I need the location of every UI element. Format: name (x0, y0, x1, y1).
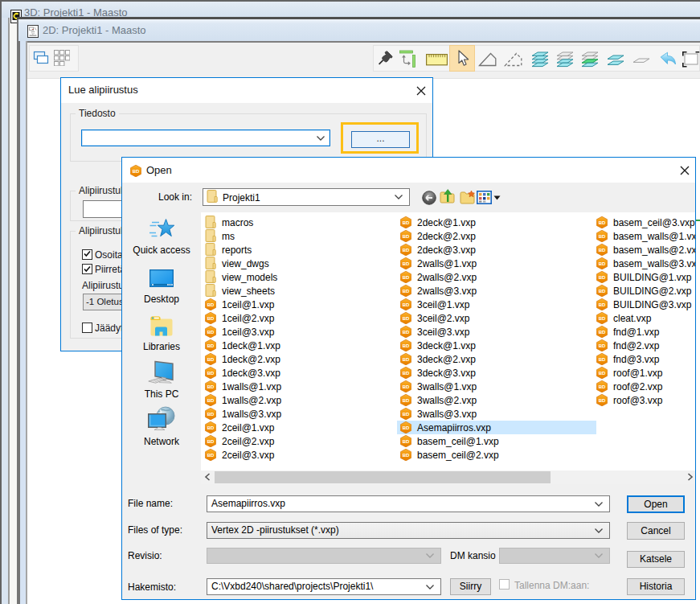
svg-text:BD: BD (403, 302, 410, 307)
svg-text:BD: BD (403, 234, 410, 239)
svg-text:BD: BD (207, 412, 215, 417)
svg-text:BD: BD (207, 371, 215, 376)
svg-text:BD: BD (599, 384, 606, 389)
svg-text:BD: BD (599, 275, 606, 280)
svg-text:BD: BD (599, 234, 606, 239)
svg-text:BD: BD (403, 398, 410, 403)
svg-text:BD: BD (403, 330, 410, 335)
svg-text:BD: BD (403, 248, 410, 253)
svg-text:BD: BD (403, 261, 410, 266)
svg-text:BD: BD (207, 343, 215, 348)
svg-text:BD: BD (599, 220, 606, 225)
svg-text:BD: BD (133, 169, 140, 174)
svg-text:BD: BD (207, 453, 215, 458)
svg-text:BD: BD (207, 302, 215, 307)
svg-text:BD: BD (403, 384, 410, 389)
svg-text:BD: BD (403, 316, 410, 321)
svg-text:BD: BD (599, 302, 606, 307)
svg-text:BD: BD (599, 330, 606, 335)
svg-text:BD: BD (207, 330, 215, 335)
svg-text:BD: BD (403, 343, 410, 348)
svg-text:BD: BD (207, 316, 215, 321)
svg-text:BD: BD (599, 398, 606, 403)
svg-text:BD: BD (403, 371, 410, 376)
svg-text:BD: BD (403, 439, 410, 444)
svg-text:BD: BD (403, 220, 410, 225)
svg-text:BD: BD (403, 289, 410, 294)
svg-text:BD: BD (403, 275, 410, 280)
svg-text:BD: BD (207, 439, 215, 444)
svg-text:BD: BD (599, 289, 606, 294)
svg-text:BD: BD (207, 357, 215, 362)
svg-text:BD: BD (403, 357, 410, 362)
svg-text:BD: BD (403, 425, 410, 430)
svg-text:BD: BD (599, 357, 606, 362)
svg-text:BD: BD (403, 412, 410, 417)
svg-text:BD: BD (403, 453, 410, 458)
svg-text:BD: BD (207, 384, 215, 389)
svg-text:BD: BD (599, 316, 606, 321)
svg-text:BD: BD (599, 261, 606, 266)
svg-text:BD: BD (599, 248, 606, 253)
svg-text:BD: BD (599, 371, 606, 376)
svg-text:BD: BD (599, 343, 606, 348)
svg-text:BD: BD (207, 425, 215, 430)
svg-text:BD: BD (207, 398, 215, 403)
